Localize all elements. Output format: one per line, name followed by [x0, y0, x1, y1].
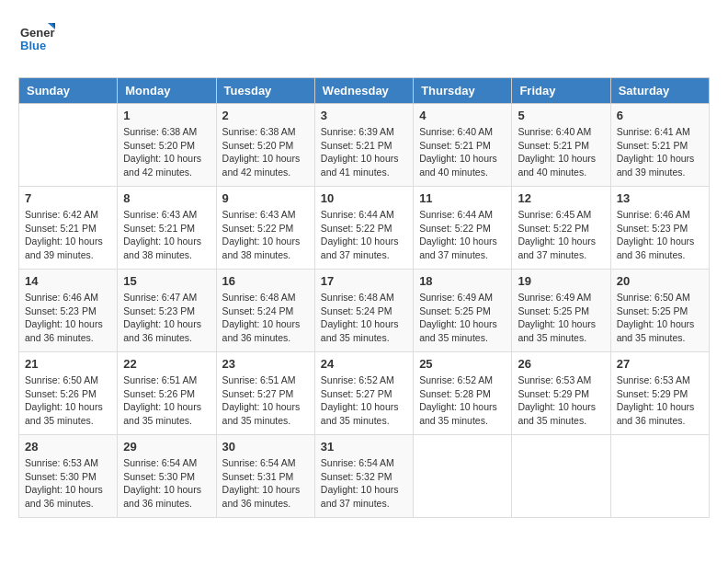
calendar-cell: 19Sunrise: 6:49 AMSunset: 5:25 PMDayligh… — [512, 270, 610, 352]
day-info: Sunrise: 6:46 AMSunset: 5:23 PMDaylight:… — [617, 208, 703, 262]
day-info: Sunrise: 6:44 AMSunset: 5:22 PMDaylight:… — [419, 208, 506, 262]
day-number: 11 — [419, 191, 506, 205]
day-number: 6 — [617, 109, 703, 122]
calendar-cell: 6Sunrise: 6:41 AMSunset: 5:21 PMDaylight… — [610, 104, 709, 187]
weekday-header-tuesday: Tuesday — [216, 78, 314, 104]
day-info: Sunrise: 6:54 AMSunset: 5:31 PMDaylight:… — [222, 456, 309, 511]
day-number: 30 — [222, 440, 309, 454]
calendar-cell: 28Sunrise: 6:53 AMSunset: 5:30 PMDayligh… — [19, 435, 118, 518]
calendar-table: SundayMondayTuesdayWednesdayThursdayFrid… — [18, 77, 710, 518]
days-of-week-row: SundayMondayTuesdayWednesdayThursdayFrid… — [19, 78, 710, 104]
weekday-header-sunday: Sunday — [19, 78, 118, 104]
day-number: 17 — [321, 274, 407, 288]
calendar-cell: 13Sunrise: 6:46 AMSunset: 5:23 PMDayligh… — [610, 187, 709, 270]
day-info: Sunrise: 6:53 AMSunset: 5:30 PMDaylight:… — [25, 456, 111, 511]
calendar-cell: 26Sunrise: 6:53 AMSunset: 5:29 PMDayligh… — [512, 352, 610, 435]
day-number: 21 — [25, 357, 111, 371]
day-info: Sunrise: 6:38 AMSunset: 5:20 PMDaylight:… — [123, 125, 210, 179]
day-number: 29 — [123, 440, 210, 454]
day-number: 5 — [518, 109, 604, 122]
calendar-week-3: 14Sunrise: 6:46 AMSunset: 5:23 PMDayligh… — [19, 270, 710, 352]
day-info: Sunrise: 6:47 AMSunset: 5:23 PMDaylight:… — [123, 291, 210, 345]
day-info: Sunrise: 6:38 AMSunset: 5:20 PMDaylight:… — [222, 125, 309, 179]
calendar-cell: 8Sunrise: 6:43 AMSunset: 5:21 PMDaylight… — [118, 187, 216, 270]
day-info: Sunrise: 6:48 AMSunset: 5:24 PMDaylight:… — [321, 291, 407, 345]
day-info: Sunrise: 6:52 AMSunset: 5:27 PMDaylight:… — [321, 373, 407, 428]
day-number: 15 — [123, 274, 210, 288]
day-number: 4 — [419, 109, 506, 122]
calendar-cell: 29Sunrise: 6:54 AMSunset: 5:30 PMDayligh… — [118, 435, 216, 518]
calendar-cell: 5Sunrise: 6:40 AMSunset: 5:21 PMDaylight… — [512, 104, 610, 187]
calendar-cell: 7Sunrise: 6:42 AMSunset: 5:21 PMDaylight… — [19, 187, 118, 270]
day-info: Sunrise: 6:53 AMSunset: 5:29 PMDaylight:… — [617, 373, 703, 428]
day-number: 23 — [222, 357, 309, 371]
day-info: Sunrise: 6:48 AMSunset: 5:24 PMDaylight:… — [222, 291, 309, 345]
day-info: Sunrise: 6:49 AMSunset: 5:25 PMDaylight:… — [518, 291, 604, 345]
weekday-header-wednesday: Wednesday — [314, 78, 413, 104]
calendar-cell — [414, 435, 512, 518]
day-number: 3 — [321, 109, 407, 122]
calendar-cell: 2Sunrise: 6:38 AMSunset: 5:20 PMDaylight… — [216, 104, 314, 187]
day-info: Sunrise: 6:43 AMSunset: 5:21 PMDaylight:… — [123, 208, 210, 262]
day-number: 20 — [617, 274, 703, 288]
svg-text:Blue: Blue — [20, 39, 46, 52]
calendar-cell: 16Sunrise: 6:48 AMSunset: 5:24 PMDayligh… — [216, 270, 314, 352]
weekday-header-friday: Friday — [512, 78, 610, 104]
day-number: 25 — [419, 357, 506, 371]
day-number: 19 — [518, 274, 604, 288]
day-number: 16 — [222, 274, 309, 288]
day-number: 13 — [617, 191, 703, 205]
calendar-cell — [610, 435, 709, 518]
day-info: Sunrise: 6:42 AMSunset: 5:21 PMDaylight:… — [25, 208, 111, 262]
calendar-cell: 21Sunrise: 6:50 AMSunset: 5:26 PMDayligh… — [19, 352, 118, 435]
day-info: Sunrise: 6:51 AMSunset: 5:26 PMDaylight:… — [123, 373, 210, 428]
day-info: Sunrise: 6:44 AMSunset: 5:22 PMDaylight:… — [321, 208, 407, 262]
calendar-cell: 17Sunrise: 6:48 AMSunset: 5:24 PMDayligh… — [314, 270, 413, 352]
day-number: 18 — [419, 274, 506, 288]
day-number: 31 — [321, 440, 407, 454]
calendar-cell: 31Sunrise: 6:54 AMSunset: 5:32 PMDayligh… — [314, 435, 413, 518]
calendar-week-4: 21Sunrise: 6:50 AMSunset: 5:26 PMDayligh… — [19, 352, 710, 435]
day-number: 14 — [25, 274, 111, 288]
calendar-cell: 24Sunrise: 6:52 AMSunset: 5:27 PMDayligh… — [314, 352, 413, 435]
day-number: 12 — [518, 191, 604, 205]
day-info: Sunrise: 6:46 AMSunset: 5:23 PMDaylight:… — [25, 291, 111, 345]
day-info: Sunrise: 6:50 AMSunset: 5:26 PMDaylight:… — [25, 373, 111, 428]
calendar-cell: 3Sunrise: 6:39 AMSunset: 5:21 PMDaylight… — [314, 104, 413, 187]
calendar-cell: 14Sunrise: 6:46 AMSunset: 5:23 PMDayligh… — [19, 270, 118, 352]
calendar-week-2: 7Sunrise: 6:42 AMSunset: 5:21 PMDaylight… — [19, 187, 710, 270]
day-info: Sunrise: 6:40 AMSunset: 5:21 PMDaylight:… — [518, 125, 604, 179]
calendar-body: 1Sunrise: 6:38 AMSunset: 5:20 PMDaylight… — [19, 104, 710, 518]
calendar-cell: 20Sunrise: 6:50 AMSunset: 5:25 PMDayligh… — [610, 270, 709, 352]
calendar-cell: 22Sunrise: 6:51 AMSunset: 5:26 PMDayligh… — [118, 352, 216, 435]
calendar-cell: 23Sunrise: 6:51 AMSunset: 5:27 PMDayligh… — [216, 352, 314, 435]
logo: General Blue — [18, 18, 61, 59]
calendar-cell: 27Sunrise: 6:53 AMSunset: 5:29 PMDayligh… — [610, 352, 709, 435]
calendar-cell: 9Sunrise: 6:43 AMSunset: 5:22 PMDaylight… — [216, 187, 314, 270]
logo-icon: General Blue — [18, 18, 55, 55]
day-info: Sunrise: 6:39 AMSunset: 5:21 PMDaylight:… — [321, 125, 407, 179]
calendar-cell: 30Sunrise: 6:54 AMSunset: 5:31 PMDayligh… — [216, 435, 314, 518]
calendar-cell: 25Sunrise: 6:52 AMSunset: 5:28 PMDayligh… — [414, 352, 512, 435]
calendar-cell — [512, 435, 610, 518]
day-info: Sunrise: 6:40 AMSunset: 5:21 PMDaylight:… — [419, 125, 506, 179]
calendar-cell: 12Sunrise: 6:45 AMSunset: 5:22 PMDayligh… — [512, 187, 610, 270]
day-info: Sunrise: 6:54 AMSunset: 5:32 PMDaylight:… — [321, 456, 407, 511]
day-number: 8 — [123, 191, 210, 205]
weekday-header-saturday: Saturday — [610, 78, 709, 104]
weekday-header-monday: Monday — [118, 78, 216, 104]
day-number: 1 — [123, 109, 210, 122]
day-info: Sunrise: 6:53 AMSunset: 5:29 PMDaylight:… — [518, 373, 604, 428]
day-number: 2 — [222, 109, 309, 122]
calendar-cell: 1Sunrise: 6:38 AMSunset: 5:20 PMDaylight… — [118, 104, 216, 187]
day-number: 10 — [321, 191, 407, 205]
calendar-week-5: 28Sunrise: 6:53 AMSunset: 5:30 PMDayligh… — [19, 435, 710, 518]
day-info: Sunrise: 6:50 AMSunset: 5:25 PMDaylight:… — [617, 291, 703, 345]
calendar-cell: 15Sunrise: 6:47 AMSunset: 5:23 PMDayligh… — [118, 270, 216, 352]
day-info: Sunrise: 6:52 AMSunset: 5:28 PMDaylight:… — [419, 373, 506, 428]
day-number: 27 — [617, 357, 703, 371]
calendar-cell: 18Sunrise: 6:49 AMSunset: 5:25 PMDayligh… — [414, 270, 512, 352]
day-info: Sunrise: 6:51 AMSunset: 5:27 PMDaylight:… — [222, 373, 309, 428]
day-info: Sunrise: 6:41 AMSunset: 5:21 PMDaylight:… — [617, 125, 703, 179]
calendar-cell — [19, 104, 118, 187]
